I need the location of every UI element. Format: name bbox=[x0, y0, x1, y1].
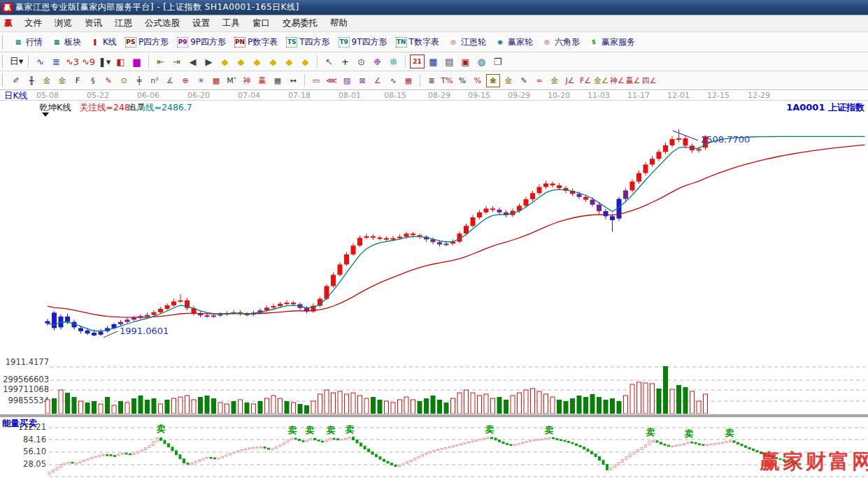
gold-circle-tool[interactable]: 金 bbox=[486, 74, 500, 87]
m-gann-tool[interactable]: M″ bbox=[225, 74, 239, 87]
gold-bar-tool[interactable]: 金 bbox=[548, 74, 562, 87]
pattern-window-button[interactable]: ∿ bbox=[33, 55, 48, 68]
diamond-scroll-right-button[interactable]: ◆ bbox=[234, 55, 248, 68]
j-angle-tool[interactable]: J∠ bbox=[563, 74, 577, 87]
gold-grid-tool[interactable]: 金 bbox=[40, 74, 54, 87]
diamond-expand-button[interactable]: ◆ bbox=[250, 55, 264, 68]
kline-type-selector[interactable]: 乾坤K线 bbox=[39, 102, 71, 113]
calendar-button[interactable]: 21 bbox=[410, 55, 425, 68]
calculator-button[interactable]: ▦ bbox=[426, 55, 441, 68]
save-button[interactable]: ▣ bbox=[458, 55, 473, 68]
9t-square-button[interactable]: T99T四方形 bbox=[334, 36, 392, 48]
brush-tool[interactable]: ✎ bbox=[517, 74, 531, 87]
diamond-fit-button[interactable]: ◆ bbox=[298, 55, 313, 68]
menu-settings[interactable]: 设置 bbox=[186, 17, 216, 29]
hand-drag-tool[interactable]: ↖ bbox=[322, 55, 336, 68]
gann-wheel-button[interactable]: ◎江恩轮 bbox=[443, 36, 490, 48]
p-square-button[interactable]: PSP四方形 bbox=[121, 36, 173, 48]
win-grid-tool[interactable]: 赢 bbox=[255, 74, 269, 87]
gold-grid2-tool[interactable]: 金 bbox=[55, 74, 69, 87]
trend-angle-tool[interactable]: ∠ bbox=[371, 74, 385, 87]
f-grid-tool[interactable]: F bbox=[71, 74, 85, 87]
knife-tool[interactable]: ✐ bbox=[9, 74, 23, 87]
percent-line-tool[interactable]: % bbox=[471, 74, 485, 87]
menu-help[interactable]: 帮助 bbox=[324, 17, 354, 29]
menu-file[interactable]: 文件 bbox=[18, 17, 48, 29]
t-square-button[interactable]: TST四方形 bbox=[282, 36, 334, 48]
menu-window[interactable]: 窗口 bbox=[246, 17, 276, 29]
dual-color-kline-button[interactable]: ◧ bbox=[113, 55, 128, 68]
scale-steps-tool[interactable]: ≣ bbox=[425, 74, 439, 87]
p-number-table-button[interactable]: PNP数字表 bbox=[230, 36, 282, 48]
wave-3-button[interactable]: ∿3 bbox=[65, 55, 80, 68]
menu-news[interactable]: 资讯 bbox=[78, 17, 108, 29]
wave-line-tool[interactable]: ∿ bbox=[386, 74, 400, 87]
kline-chart[interactable]: 05-0805-2206-0606-2007-0407-1808-0108-15… bbox=[0, 90, 868, 478]
density-grid-tool[interactable]: ╪ bbox=[132, 74, 146, 87]
menu-app-icon[interactable]: 赢 bbox=[0, 17, 18, 29]
gold-angle-tool[interactable]: 金∠ bbox=[594, 74, 609, 87]
spiral-tool[interactable]: § bbox=[86, 74, 100, 87]
box-diag-tool[interactable]: ▨ bbox=[340, 74, 354, 87]
wave-channel-tool[interactable]: ≈ bbox=[532, 74, 546, 87]
wave-9-button[interactable]: ∿9 bbox=[81, 55, 96, 68]
gold-line-tool[interactable]: 金 bbox=[501, 74, 515, 87]
win-angle-tool[interactable]: 赢∠ bbox=[626, 74, 641, 87]
notes-button[interactable]: ▤ bbox=[442, 55, 457, 68]
four-angle-tool[interactable]: 四∠ bbox=[642, 74, 657, 87]
god-angle-tool[interactable]: 神∠ bbox=[610, 74, 625, 87]
winner-service-button[interactable]: $赢家服务 bbox=[584, 36, 639, 48]
time-clock-tool[interactable]: ⊙ bbox=[117, 74, 131, 87]
box-grid-tool[interactable]: ▩ bbox=[209, 74, 223, 87]
candle-style-selector[interactable]: ❚▾ bbox=[97, 55, 112, 68]
info-list-button[interactable]: ≣ bbox=[49, 55, 64, 68]
mirror-angle-tool[interactable]: ∡ bbox=[163, 74, 177, 87]
grid-123-tool[interactable]: ▦ bbox=[271, 74, 285, 87]
toolbar-grip[interactable] bbox=[2, 55, 5, 68]
t-percent-tool[interactable]: T% bbox=[440, 74, 454, 87]
kline-type-dropdown-icon[interactable] bbox=[42, 113, 49, 117]
god-grid-tool[interactable]: 神 bbox=[240, 74, 254, 87]
red-pencil-tool[interactable]: ✎ bbox=[101, 74, 115, 87]
t-number-table-button[interactable]: TNT数字表 bbox=[392, 36, 443, 48]
menu-browse[interactable]: 浏览 bbox=[48, 17, 78, 29]
menu-tools[interactable]: 工具 bbox=[216, 17, 246, 29]
price-grid-tool[interactable]: ▦ bbox=[401, 74, 415, 87]
star-grid-tool[interactable]: ✳ bbox=[194, 74, 208, 87]
market-quotes-button[interactable]: ▦行情 bbox=[8, 36, 47, 48]
toolbar-grip[interactable] bbox=[2, 35, 5, 49]
period-day-selector[interactable]: 日▾ bbox=[9, 55, 24, 68]
n-square-tool[interactable]: n² bbox=[148, 74, 162, 87]
box-select-tool[interactable]: ▭ bbox=[309, 74, 323, 87]
step-back-button[interactable]: ◀ bbox=[185, 55, 200, 68]
chart-area[interactable]: 05-0805-2206-0606-2007-0407-1808-0108-15… bbox=[0, 90, 868, 478]
box-x-tool[interactable]: ⊠ bbox=[355, 74, 369, 87]
step-forward-button[interactable]: ▶ bbox=[201, 55, 216, 68]
network-button[interactable]: ◍ bbox=[474, 55, 489, 68]
go-first-button[interactable]: ⇤ bbox=[153, 55, 168, 68]
diamond-vertical-button[interactable]: ◆ bbox=[282, 55, 297, 68]
zoom-pencil-tool[interactable]: ⊙ bbox=[354, 55, 369, 68]
print-button[interactable]: ❐ bbox=[490, 55, 505, 68]
toolbar-grip[interactable] bbox=[2, 74, 5, 87]
hash-line-tool[interactable]: ╫ bbox=[24, 74, 38, 87]
circle-target-tool[interactable]: ⊕ bbox=[178, 74, 192, 87]
menu-trade-order[interactable]: 交易委托 bbox=[276, 17, 324, 29]
f-angle-tool[interactable]: F∠ bbox=[578, 74, 592, 87]
kline-button[interactable]: ❚K线 bbox=[85, 36, 121, 48]
sectors-button[interactable]: ▦板块 bbox=[47, 36, 85, 48]
winner-wheel-button[interactable]: ◉赢家轮 bbox=[490, 36, 537, 48]
percent-tool[interactable]: % bbox=[455, 74, 469, 87]
diamond-scroll-left-button[interactable]: ◆ bbox=[218, 55, 232, 68]
fan-lines-tool[interactable]: ⋘ bbox=[325, 74, 339, 87]
crosshair-tool[interactable]: + bbox=[338, 55, 353, 68]
diamond-shrink-button[interactable]: ◆ bbox=[266, 55, 280, 68]
menu-formula-stock-pick[interactable]: 公式选股 bbox=[138, 17, 186, 29]
gann-brush-tool[interactable]: ❉ bbox=[370, 55, 385, 68]
width-measure-tool[interactable]: ↔ bbox=[286, 74, 300, 87]
volume-profile-button[interactable]: ▆ bbox=[129, 55, 144, 68]
hexagon-button[interactable]: ◎六角形 bbox=[537, 36, 584, 48]
9p-square-button[interactable]: P99P四方形 bbox=[173, 36, 230, 48]
go-last-button[interactable]: ⇥ bbox=[169, 55, 184, 68]
menu-gann[interactable]: 江恩 bbox=[108, 17, 138, 29]
